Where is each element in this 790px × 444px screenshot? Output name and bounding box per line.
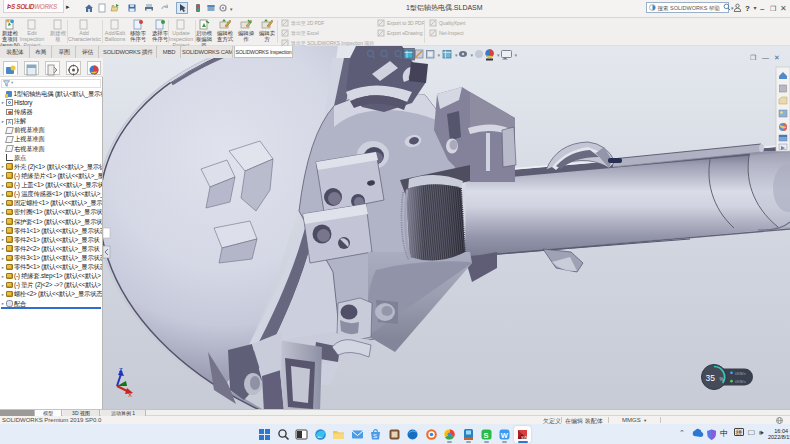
svg-text:SW: SW — [521, 435, 528, 440]
svg-text:W: W — [501, 431, 509, 440]
svg-text:0KB/s: 0KB/s — [735, 371, 746, 376]
svg-text:S: S — [373, 433, 377, 439]
svg-text:❐: ❐ — [750, 54, 756, 61]
svg-text:Z: Z — [119, 367, 123, 373]
svg-text:✕: ✕ — [774, 54, 780, 61]
svg-text:35: 35 — [706, 373, 716, 383]
svg-text:X: X — [128, 392, 132, 398]
svg-text:%: % — [720, 377, 724, 382]
svg-text:S: S — [484, 431, 489, 440]
svg-text:0KB/s: 0KB/s — [735, 379, 746, 384]
svg-text:—: — — [762, 54, 769, 61]
